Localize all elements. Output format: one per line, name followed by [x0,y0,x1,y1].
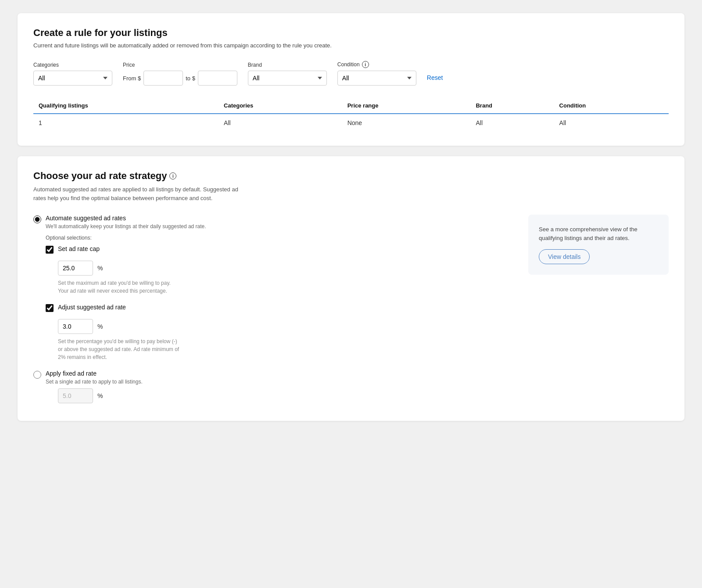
condition-select[interactable]: All [337,71,416,86]
automate-label: Automate suggested ad rates [46,215,206,222]
strategy-info-icon[interactable]: i [169,172,176,179]
table-header: Qualifying listings Categories Price ran… [33,98,669,114]
fixed-rate-input-row: % [58,388,514,403]
adjust-rate-row: Adjust suggested ad rate [46,304,514,312]
table-body: 1 All None All All [33,114,669,132]
filters-row: Categories All Price From $ to $ Brand A… [33,61,669,86]
brand-select[interactable]: All [248,71,327,86]
ad-rate-card: Choose your ad rate strategy i Automated… [18,156,684,421]
optional-label: Optional selections: [46,235,514,241]
fixed-rate-section: Apply fixed ad rate Set a single ad rate… [33,370,514,403]
price-inputs: From $ to $ [123,71,237,86]
price-to-input[interactable] [198,71,237,86]
to-label: to $ [186,75,195,82]
fixed-rate-label: Apply fixed ad rate [46,370,143,377]
brand-label: Brand [248,62,327,68]
view-details-button[interactable]: View details [539,249,590,264]
ad-rate-cap-checkbox[interactable] [46,246,54,254]
categories-select[interactable]: All [33,71,112,86]
create-rule-subtitle: Current and future listings will be auto… [33,42,669,49]
adjust-rate-checkbox[interactable] [46,304,54,312]
adjust-rate-label: Adjust suggested ad rate [58,304,126,311]
ad-rate-cap-row: Set ad rate cap [46,245,514,254]
cell-qualifying: 1 [33,114,218,132]
brand-filter: Brand All [248,62,327,86]
table-row: 1 All None All All [33,114,669,132]
adjust-rate-input[interactable] [58,319,93,334]
listings-table: Qualifying listings Categories Price ran… [33,98,669,132]
strategy-title: Choose your ad rate strategy i [33,170,669,182]
automate-description: We'll automatically keep your listings a… [46,223,206,229]
categories-label: Categories [33,62,112,68]
automate-radio[interactable] [33,215,41,223]
col-brand: Brand [470,98,554,114]
col-condition: Condition [554,98,669,114]
condition-info-icon[interactable]: i [362,61,369,68]
col-qualifying: Qualifying listings [33,98,218,114]
col-price-range: Price range [342,98,471,114]
automate-option: Automate suggested ad rates We'll automa… [33,215,514,229]
condition-filter: Condition i All [337,61,416,86]
fixed-rate-option: Apply fixed ad rate Set a single ad rate… [33,370,514,385]
create-rule-title: Create a rule for your listings [33,27,669,39]
condition-label-row: Condition i [337,61,416,68]
adjust-rate-unit: % [97,323,103,330]
price-from-input[interactable] [143,71,183,86]
details-box-text: See a more comprehensive view of the qua… [539,225,658,242]
strategy-left: Automate suggested ad rates We'll automa… [33,215,514,407]
condition-label: Condition [337,61,360,68]
fixed-rate-unit: % [97,392,103,399]
price-filter: Price From $ to $ [123,62,237,86]
details-box-col: See a more comprehensive view of the qua… [528,215,669,407]
adjust-rate-description: Set the percentage you'd be willing to p… [58,337,181,361]
ad-rate-cap-input-row: % [58,261,514,276]
cell-condition: All [554,114,669,132]
strategy-title-text: Choose your ad rate strategy [33,170,167,182]
from-label: From $ [123,75,141,82]
price-label: Price [123,62,237,68]
cell-price-range: None [342,114,471,132]
ad-rate-cap-description: Set the maximum ad rate you'd be willing… [58,279,181,295]
strategy-subtitle: Automated suggested ad rates are applied… [33,185,244,202]
reset-link[interactable]: Reset [427,74,443,86]
ad-rate-cap-unit: % [97,265,103,272]
categories-filter: Categories All [33,62,112,86]
fixed-rate-description: Set a single ad rate to apply to all lis… [46,379,143,385]
cell-brand: All [470,114,554,132]
strategy-two-col: Automate suggested ad rates We'll automa… [33,215,669,407]
cell-categories: All [218,114,342,132]
details-box: See a more comprehensive view of the qua… [528,215,669,275]
ad-rate-cap-label: Set ad rate cap [58,245,100,252]
create-rule-card: Create a rule for your listings Current … [18,13,684,146]
adjust-rate-input-row: % [58,319,514,334]
ad-rate-cap-input[interactable] [58,261,93,276]
fixed-rate-input[interactable] [58,388,93,403]
col-categories: Categories [218,98,342,114]
fixed-rate-radio[interactable] [33,371,41,379]
